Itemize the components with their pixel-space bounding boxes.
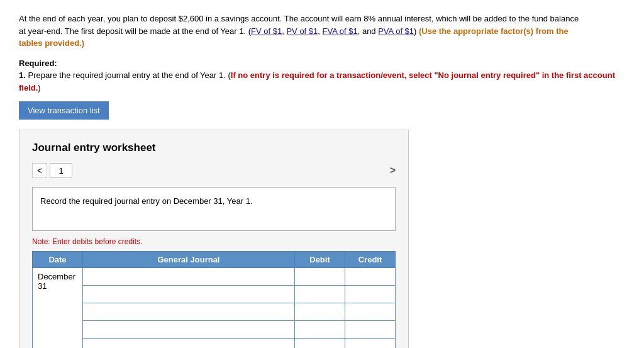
credit-input-4[interactable] [345,321,396,339]
general-journal-field-3[interactable] [83,303,294,320]
required-point1: 1. Prepare the required journal entry at… [19,69,625,94]
entry-description: Record the required journal entry on Dec… [32,187,396,231]
note-text: Note: Enter debits before credits. [32,237,396,246]
debit-field-5[interactable] [295,339,345,348]
general-journal-input-3[interactable] [83,303,295,321]
view-transaction-button[interactable]: View transaction list [19,101,109,120]
credit-field-5[interactable] [345,339,395,348]
general-journal-field-2[interactable] [83,286,294,303]
fva-link[interactable]: FVA of $1 [323,26,358,36]
general-journal-input-4[interactable] [83,321,295,339]
date-header: Date [33,252,83,268]
debit-field-1[interactable] [295,268,345,285]
general-journal-header: General Journal [83,252,295,268]
prev-page-button[interactable]: < [32,163,47,178]
credit-field-4[interactable] [345,321,395,338]
debit-input-4[interactable] [295,321,345,339]
debit-field-3[interactable] [295,303,345,320]
debit-input-2[interactable] [295,286,345,303]
next-page-button[interactable]: > [390,165,396,176]
pv-link[interactable]: PV of $1 [286,26,318,36]
general-journal-input-2[interactable] [83,286,295,303]
debit-input-1[interactable] [295,268,345,286]
table-row [33,321,396,339]
credit-header: Credit [345,252,396,268]
page-number: 1 [50,163,72,178]
general-journal-field-4[interactable] [83,321,294,338]
required-section: Required: 1. Prepare the required journa… [19,57,625,94]
journal-entry-worksheet: Journal entry worksheet < 1 > Record the… [19,130,409,348]
table-row [33,339,396,349]
credit-input-3[interactable] [345,303,396,321]
intro-paragraph: At the end of each year, you plan to dep… [19,13,585,50]
debit-input-5[interactable] [295,339,345,349]
journal-table: Date General Journal Debit Credit Decemb… [32,251,396,348]
credit-field-2[interactable] [345,286,395,303]
general-journal-field-5[interactable] [83,339,294,348]
credit-field-1[interactable] [345,268,395,285]
required-label: Required: [19,59,57,68]
red-notice: If no entry is required for a transactio… [19,70,615,93]
table-row [33,286,396,303]
table-row [33,303,396,321]
debit-field-4[interactable] [295,321,345,338]
credit-input-2[interactable] [345,286,396,303]
worksheet-nav: < 1 > [32,163,396,178]
credit-input-1[interactable] [345,268,396,286]
fv-link[interactable]: FV of $1 [251,26,282,36]
pva-link[interactable]: PVA of $1 [378,26,414,36]
general-journal-field-1[interactable] [83,268,294,285]
table-row: December 31 [33,268,396,286]
debit-input-3[interactable] [295,303,345,321]
general-journal-input-5[interactable] [83,339,295,349]
credit-field-3[interactable] [345,303,395,320]
date-cell: December 31 [33,268,83,349]
debit-field-2[interactable] [295,286,345,303]
general-journal-input-1[interactable] [83,268,295,286]
credit-input-5[interactable] [345,339,396,349]
debit-header: Debit [295,252,345,268]
worksheet-title: Journal entry worksheet [32,142,396,154]
